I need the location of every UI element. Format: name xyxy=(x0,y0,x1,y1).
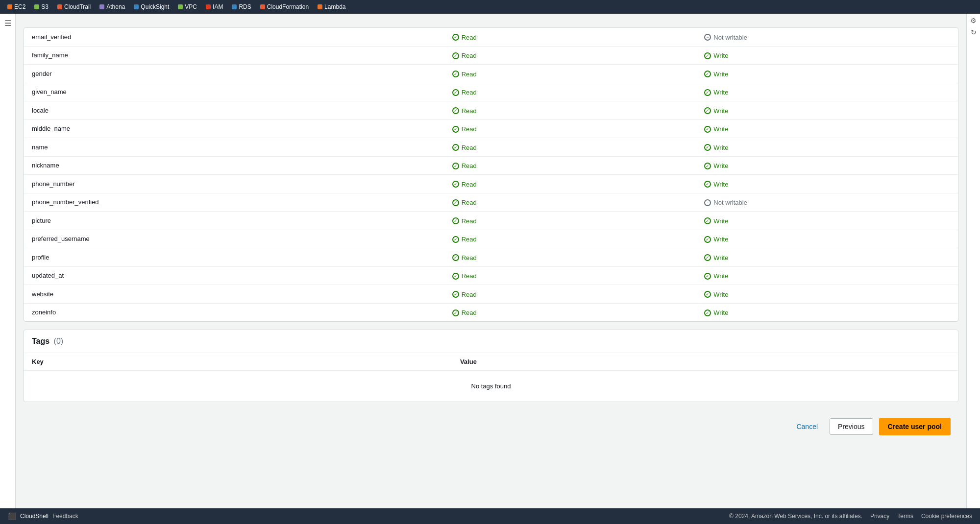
check-circle-icon: ✓ xyxy=(452,52,459,59)
check-circle-icon: ✓ xyxy=(704,291,711,298)
table-row: zoneinfo✓Read✓Write xyxy=(24,303,958,321)
vpc-icon xyxy=(178,4,183,9)
check-circle-icon: ✓ xyxy=(452,126,459,133)
nav-item-vpc[interactable]: VPC xyxy=(174,2,200,11)
sidebar-toggle[interactable]: ☰ xyxy=(0,14,16,522)
attr-name: given_name xyxy=(24,83,444,101)
rds-icon xyxy=(232,4,237,9)
table-row: phone_number✓Read✓Write xyxy=(24,175,958,193)
ec2-icon xyxy=(7,4,12,9)
check-circle-icon: ✓ xyxy=(452,107,459,114)
attr-write: ✓Write xyxy=(696,230,958,248)
attr-write: ✓Write xyxy=(696,285,958,304)
attr-name: picture xyxy=(24,212,444,230)
table-row: nickname✓Read✓Write xyxy=(24,156,958,175)
attr-read: ✓Read xyxy=(444,46,697,65)
table-row: given_name✓Read✓Write xyxy=(24,83,958,101)
nav-item-cloudformation[interactable]: CloudFormation xyxy=(257,2,312,11)
cookie-preferences-link[interactable]: Cookie preferences xyxy=(921,513,972,520)
tags-section: Tags (0) Key Value No tags found xyxy=(24,330,958,402)
attr-write: ✓Write xyxy=(696,266,958,285)
check-circle-icon: ✓ xyxy=(704,126,711,133)
attr-write: ✓Write xyxy=(696,138,958,157)
check-circle-icon: ✓ xyxy=(452,254,459,261)
action-bar: Cancel Previous Create user pool xyxy=(16,410,966,443)
attr-write: −Not writable xyxy=(696,28,958,46)
nav-item-ec2[interactable]: EC2 xyxy=(4,2,29,11)
check-circle-icon: ✓ xyxy=(452,163,459,169)
table-row: picture✓Read✓Write xyxy=(24,212,958,230)
check-circle-icon: ✓ xyxy=(452,236,459,243)
table-row: profile✓Read✓Write xyxy=(24,248,958,267)
table-row: updated_at✓Read✓Write xyxy=(24,266,958,285)
attr-read: ✓Read xyxy=(444,266,697,285)
feedback-button[interactable]: Feedback xyxy=(52,513,78,520)
nav-item-rds[interactable]: RDS xyxy=(228,2,254,11)
privacy-link[interactable]: Privacy xyxy=(870,513,889,520)
nav-item-athena[interactable]: Athena xyxy=(96,2,128,11)
nav-item-iam[interactable]: IAM xyxy=(202,2,226,11)
attr-name: family_name xyxy=(24,46,444,65)
attributes-table-container: email_verified✓Read−Not writablefamily_n… xyxy=(24,27,958,322)
cloudformation-icon xyxy=(260,4,265,9)
attr-write: ✓Write xyxy=(696,175,958,193)
attr-name: phone_number_verified xyxy=(24,193,444,212)
main-content: email_verified✓Read−Not writablefamily_n… xyxy=(16,27,966,522)
attr-name: email_verified xyxy=(24,28,444,46)
check-circle-icon: ✓ xyxy=(452,34,459,41)
key-column-header: Key xyxy=(24,353,452,371)
attr-read: ✓Read xyxy=(444,285,697,304)
quicksight-icon xyxy=(134,4,139,9)
footer: ⬛ CloudShell Feedback © 2024, Amazon Web… xyxy=(0,508,980,522)
lambda-icon xyxy=(318,4,322,9)
check-circle-icon: ✓ xyxy=(452,89,459,96)
attr-name: gender xyxy=(24,65,444,83)
table-row: email_verified✓Read−Not writable xyxy=(24,28,958,46)
value-column-header: Value xyxy=(452,353,958,371)
attr-read: ✓Read xyxy=(444,101,697,120)
cancel-button[interactable]: Cancel xyxy=(790,419,824,434)
attr-read: ✓Read xyxy=(444,303,697,321)
terms-link[interactable]: Terms xyxy=(897,513,913,520)
check-circle-icon: ✓ xyxy=(452,310,459,316)
minus-circle-icon: − xyxy=(704,34,711,41)
cloudtrail-icon xyxy=(57,4,62,9)
attr-write: ✓Write xyxy=(696,156,958,175)
create-user-pool-button[interactable]: Create user pool xyxy=(879,418,951,435)
attr-read: ✓Read xyxy=(444,193,697,212)
attr-name: preferred_username xyxy=(24,230,444,248)
nav-item-lambda[interactable]: Lambda xyxy=(314,2,349,11)
attr-read: ✓Read xyxy=(444,138,697,157)
s3-icon xyxy=(34,4,39,9)
table-row: phone_number_verified✓Read−Not writable xyxy=(24,193,958,212)
check-circle-icon: ✓ xyxy=(452,217,459,224)
cloudshell-button[interactable]: CloudShell xyxy=(20,513,49,520)
attr-write: −Not writable xyxy=(696,193,958,212)
previous-button[interactable]: Previous xyxy=(830,418,873,435)
check-circle-icon: ✓ xyxy=(452,144,459,151)
settings-icon[interactable]: ⚙ xyxy=(970,17,977,24)
attr-write: ✓Write xyxy=(696,83,958,101)
terminal-icon: ⬛ xyxy=(8,512,16,520)
table-row: locale✓Read✓Write xyxy=(24,101,958,120)
copyright-text: © 2024, Amazon Web Services, Inc. or its… xyxy=(729,513,862,520)
attr-read: ✓Read xyxy=(444,230,697,248)
nav-item-quicksight[interactable]: QuickSight xyxy=(130,2,172,11)
attr-write: ✓Write xyxy=(696,101,958,120)
nav-item-cloudtrail[interactable]: CloudTrail xyxy=(54,2,94,11)
check-circle-icon: ✓ xyxy=(704,310,711,316)
attr-write: ✓Write xyxy=(696,65,958,83)
iam-icon xyxy=(206,4,211,9)
athena-icon xyxy=(99,4,104,9)
attr-read: ✓Read xyxy=(444,212,697,230)
check-circle-icon: ✓ xyxy=(704,273,711,280)
nav-item-s3[interactable]: S3 xyxy=(31,2,52,11)
check-circle-icon: ✓ xyxy=(704,163,711,169)
attr-write: ✓Write xyxy=(696,119,958,138)
check-circle-icon: ✓ xyxy=(452,199,459,206)
refresh-icon[interactable]: ↻ xyxy=(971,28,977,36)
attr-name: middle_name xyxy=(24,119,444,138)
attr-name: name xyxy=(24,138,444,157)
attr-read: ✓Read xyxy=(444,175,697,193)
attr-read: ✓Read xyxy=(444,156,697,175)
